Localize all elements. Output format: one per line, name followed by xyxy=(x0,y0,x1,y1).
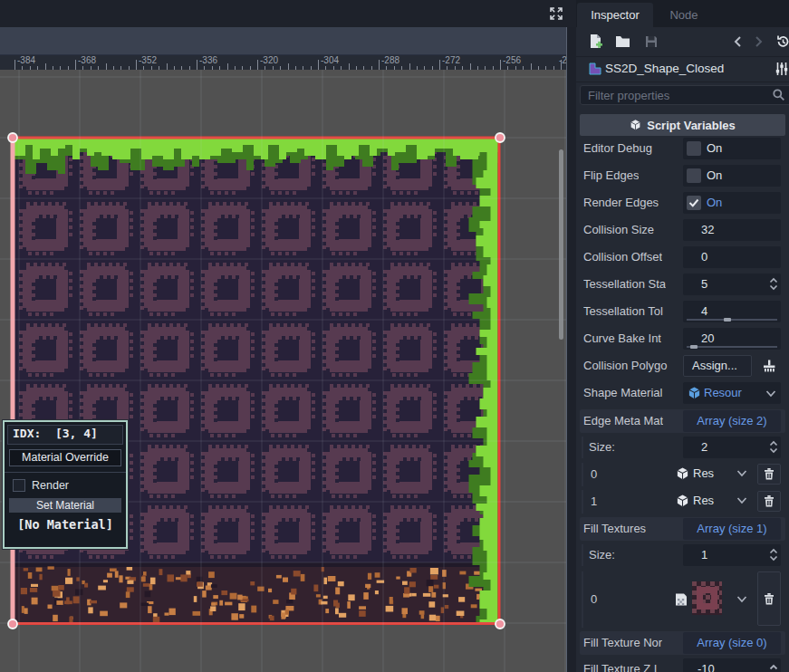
array-size-link[interactable]: Array (size 1) xyxy=(683,518,781,540)
render-edges-checkbox[interactable] xyxy=(687,196,701,210)
new-resource-icon[interactable] xyxy=(588,34,603,50)
spinner-icon[interactable] xyxy=(768,439,779,455)
value-text: 2 xyxy=(701,440,707,454)
assign-brush-icon[interactable] xyxy=(762,359,776,373)
history-icon[interactable] xyxy=(775,34,789,49)
property-label: Tessellation Tol xyxy=(583,304,663,318)
property-value-box[interactable]: -10 xyxy=(683,658,781,672)
material-override-button[interactable]: Material Override xyxy=(9,449,121,466)
ss2d-shape-icon xyxy=(588,62,602,76)
inspector-panel: Inspector Node SS xyxy=(576,0,789,672)
property-value-box[interactable]: 20 xyxy=(683,328,781,350)
no-material-label: [No Material] xyxy=(5,517,126,532)
slider-grabber[interactable] xyxy=(690,345,698,349)
edit-texture-icon[interactable] xyxy=(674,592,688,607)
category-script-variables[interactable]: Script Variables xyxy=(580,114,785,136)
value-text: 0 xyxy=(701,250,707,264)
trash-icon xyxy=(763,494,775,508)
assign-button[interactable]: Assign... xyxy=(683,355,752,377)
delete-item-button[interactable] xyxy=(757,464,781,485)
viewport-scrollbar[interactable] xyxy=(559,149,563,340)
set-material-button[interactable]: Set Material xyxy=(9,498,121,513)
property-label: Collision Size xyxy=(583,223,654,236)
cube-icon xyxy=(688,386,701,400)
chevron-down-icon[interactable] xyxy=(736,469,748,478)
fill-texture-bricks xyxy=(14,139,498,624)
chevron-down-icon[interactable] xyxy=(736,595,748,604)
property-row-collision-size: Collision Size 32 xyxy=(580,219,785,241)
property-row-edge-meta-materials: Edge Meta Mat Array (size 2) xyxy=(580,409,785,433)
property-value-box[interactable]: 4 xyxy=(683,301,781,322)
checkbox-text: On xyxy=(707,168,722,182)
expand-icon[interactable] xyxy=(549,6,563,21)
checkmark-icon xyxy=(687,196,701,210)
ruler-label: -272 xyxy=(442,55,460,65)
array-item-row-1: 1 Res xyxy=(580,490,785,514)
chevron-down-icon xyxy=(765,389,777,398)
history-forward-icon[interactable] xyxy=(753,34,765,49)
delete-item-button[interactable] xyxy=(757,571,781,626)
history-back-icon[interactable] xyxy=(732,34,744,49)
size-label: Size: xyxy=(589,548,615,562)
spinner-icon[interactable] xyxy=(768,547,779,562)
ruler-label: -256 xyxy=(503,55,521,65)
filter-properties-input[interactable] xyxy=(580,85,789,105)
property-label: Editor Debug xyxy=(583,141,652,155)
texture-thumbnail[interactable] xyxy=(692,581,722,619)
property-value-box[interactable]: 0 xyxy=(683,246,781,268)
property-label: Fill Texture Z I xyxy=(583,662,657,672)
slider-grabber[interactable] xyxy=(724,318,731,322)
ruler-label: -288 xyxy=(381,55,399,65)
size-value-box[interactable]: 2 xyxy=(683,437,781,458)
point-handle-top-right[interactable] xyxy=(496,133,505,142)
editor-debug-checkbox[interactable] xyxy=(687,141,701,156)
cube-icon xyxy=(676,494,689,508)
size-value-box[interactable]: 1 xyxy=(683,544,781,566)
texture-item-row-0: 0 xyxy=(580,571,785,628)
value-text: 4 xyxy=(701,304,707,318)
slider-track[interactable] xyxy=(687,346,777,348)
resource-dropdown[interactable]: Resour xyxy=(683,382,781,404)
ruler-label: -384 xyxy=(17,55,35,65)
property-label: Edge Meta Mat xyxy=(583,414,663,427)
resource-name[interactable]: Res xyxy=(693,466,714,480)
cube-icon xyxy=(630,119,641,131)
search-icon xyxy=(772,88,785,101)
spinner-icon[interactable] xyxy=(768,661,779,672)
tab-node[interactable]: Node xyxy=(659,3,708,27)
value-text: 1 xyxy=(701,548,707,562)
spinner-icon[interactable] xyxy=(768,276,779,292)
save-icon[interactable] xyxy=(644,34,659,49)
render-checkbox[interactable] xyxy=(13,479,25,492)
tab-inspector[interactable]: Inspector xyxy=(577,3,653,27)
resource-name[interactable]: Res xyxy=(693,494,714,507)
property-row-render-edges: Render Edges On xyxy=(580,192,785,214)
size-label: Size: xyxy=(589,440,615,454)
open-folder-icon[interactable] xyxy=(615,35,630,48)
value-text: -10 xyxy=(698,662,715,672)
chevron-down-icon[interactable] xyxy=(736,496,748,505)
panel-splitter[interactable] xyxy=(566,27,576,672)
property-value-box: On xyxy=(683,138,781,159)
array-size-link[interactable]: Array (size 0) xyxy=(683,632,781,654)
delete-item-button[interactable] xyxy=(757,491,781,512)
array-size-link[interactable]: Array (size 2) xyxy=(683,410,781,432)
array-size-row: Size: 1 xyxy=(580,544,785,566)
ruler-label: -336 xyxy=(199,55,217,65)
item-index: 0 xyxy=(591,592,597,606)
point-handle-top-left[interactable] xyxy=(8,133,17,142)
property-label: Render Edges xyxy=(583,196,659,209)
property-row-fill-texture-normals: Fill Texture Nor Array (size 0) xyxy=(580,631,785,655)
extra-tools-icon[interactable] xyxy=(775,62,788,76)
point-handle-bottom-right[interactable] xyxy=(496,619,505,629)
edited-object-row: SS2D_Shape_Closed xyxy=(576,56,789,82)
property-value-box[interactable]: 5 xyxy=(683,274,781,295)
property-row-fill-textures: Fill Textures Array (size 1) xyxy=(580,517,785,541)
point-handle-bottom-left[interactable] xyxy=(8,619,17,629)
slider-track[interactable] xyxy=(687,319,777,321)
viewport-canvas[interactable]: IDX: [3, 4] Material Override Render Set… xyxy=(0,70,566,672)
flip-edges-checkbox[interactable] xyxy=(687,168,701,183)
trash-icon xyxy=(763,467,775,481)
property-value-box[interactable]: 32 xyxy=(683,219,781,241)
render-label: Render xyxy=(32,479,69,492)
